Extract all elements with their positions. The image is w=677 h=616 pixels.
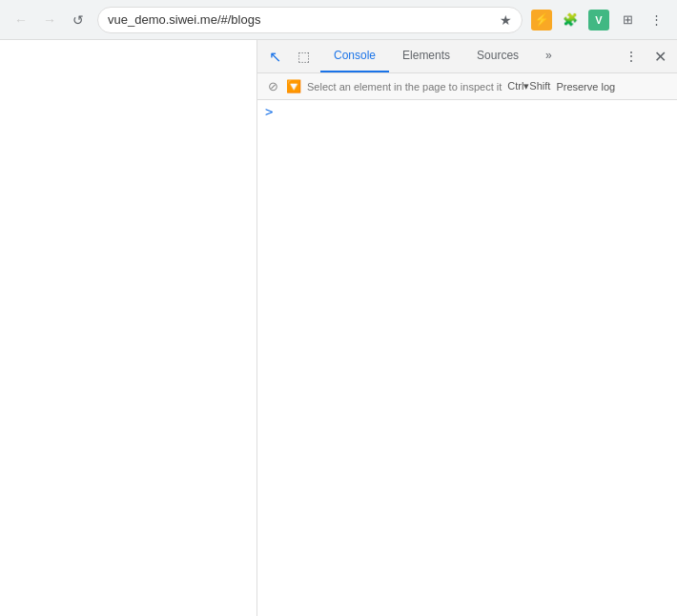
devtools-right-icons: ⋮ ✕ bbox=[607, 40, 677, 72]
page-content bbox=[0, 40, 257, 616]
devtools-tabs: Console Elements Sources » bbox=[320, 40, 607, 72]
cursor-icon: ↖ bbox=[269, 48, 281, 66]
inspect-hint-text: Select an element in the page to inspect… bbox=[307, 81, 502, 92]
tab-console-label: Console bbox=[334, 49, 376, 62]
device-icon: ⬚ bbox=[297, 49, 310, 64]
tab-more[interactable]: » bbox=[532, 40, 565, 72]
vue-extension-icon: V bbox=[588, 10, 609, 31]
tab-sources-label: Sources bbox=[477, 49, 519, 62]
toolbar-icons: ⚡ 🧩 V ⊞ ⋮ bbox=[528, 7, 669, 33]
device-toggle-button[interactable]: ⬚ bbox=[290, 43, 317, 70]
more-icon: ⋮ bbox=[650, 12, 663, 27]
chrome-menu-button[interactable]: ⋮ bbox=[643, 7, 669, 33]
console-clear-button[interactable]: ⊘ bbox=[265, 79, 280, 94]
console-input-area: > bbox=[257, 100, 677, 123]
clear-icon: ⊘ bbox=[268, 79, 278, 93]
console-input[interactable] bbox=[278, 105, 669, 118]
lightning-extension-button[interactable]: ⚡ bbox=[528, 7, 555, 33]
devtools-more-button[interactable]: ⋮ bbox=[618, 43, 645, 70]
tab-console[interactable]: Console bbox=[320, 40, 389, 72]
address-text: vue_demo.siwei.me/#/blogs bbox=[108, 12, 494, 27]
inspect-element-button[interactable]: ↖ bbox=[261, 43, 288, 70]
devtools-close-button[interactable]: ✕ bbox=[646, 43, 673, 70]
devtools-left-icons: ↖ ⬚ bbox=[257, 40, 320, 72]
forward-button[interactable]: → bbox=[36, 7, 63, 33]
tab-sources[interactable]: Sources bbox=[463, 40, 532, 72]
puzzle-extension-button[interactable]: 🧩 bbox=[557, 7, 584, 33]
lightning-extension-icon: ⚡ bbox=[531, 10, 552, 31]
devtools-more-icon: ⋮ bbox=[625, 49, 638, 64]
puzzle-icon: 🧩 bbox=[563, 12, 578, 27]
reload-button[interactable]: ↺ bbox=[65, 7, 92, 33]
close-icon: ✕ bbox=[654, 48, 667, 66]
main-area: ↖ ⬚ Console Elements Sources » bbox=[0, 40, 677, 616]
tab-more-label: » bbox=[545, 49, 552, 62]
grid-icon: ⊞ bbox=[623, 12, 633, 27]
nav-buttons: ← → ↺ bbox=[8, 7, 92, 33]
devtools-toolbar: ↖ ⬚ Console Elements Sources » bbox=[257, 40, 677, 73]
vue-extension-button[interactable]: V bbox=[585, 7, 612, 33]
bookmark-icon[interactable]: ★ bbox=[500, 12, 512, 28]
console-area: ⊘ 🔽 Select an element in the page to ins… bbox=[257, 73, 677, 616]
browser-chrome: ← → ↺ vue_demo.siwei.me/#/blogs ★ ⚡ 🧩 V … bbox=[0, 0, 677, 40]
console-prompt-icon: > bbox=[265, 104, 273, 119]
tab-elements-label: Elements bbox=[402, 49, 450, 62]
devtools-panel: ↖ ⬚ Console Elements Sources » bbox=[257, 40, 677, 616]
console-top-bar: ⊘ 🔽 Select an element in the page to ins… bbox=[257, 73, 677, 100]
preserve-log-label: Preserve log bbox=[556, 81, 615, 92]
grid-extension-button[interactable]: ⊞ bbox=[614, 7, 641, 33]
address-bar[interactable]: vue_demo.siwei.me/#/blogs ★ bbox=[97, 7, 523, 33]
back-button[interactable]: ← bbox=[8, 7, 34, 33]
tab-elements[interactable]: Elements bbox=[389, 40, 463, 72]
inspect-shortcut-text: Ctrl▾Shift bbox=[507, 80, 550, 92]
filter-icon: 🔽 bbox=[286, 79, 301, 93]
